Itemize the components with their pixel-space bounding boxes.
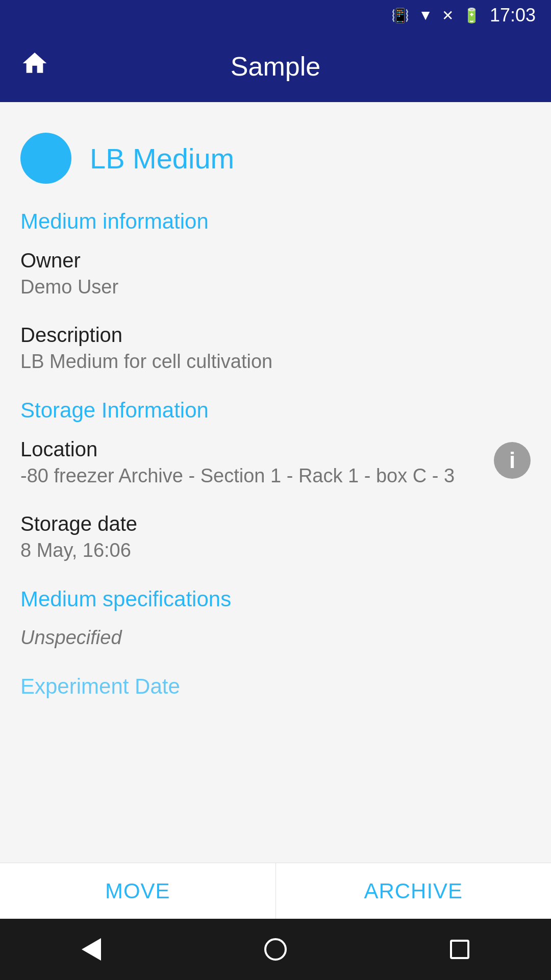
experiment-date-header: Experiment Date [20, 674, 531, 699]
home-button[interactable] [264, 938, 287, 961]
bottom-action-bar: MOVE ARCHIVE [0, 863, 551, 919]
status-bar: 📳 ▼ ✕ 🔋 17:03 [0, 0, 551, 31]
storage-date-value: 8 May, 16:06 [20, 540, 531, 561]
owner-value: Demo User [20, 276, 531, 298]
vibrate-icon: 📳 [391, 7, 409, 24]
status-icons: 📳 ▼ ✕ 🔋 17:03 [391, 5, 536, 26]
wifi-icon: ▼ [418, 7, 433, 23]
location-field-group: Location -80 freezer Archive - Section 1… [20, 438, 531, 487]
app-bar: Sample [0, 31, 551, 102]
android-nav-bar [0, 919, 551, 980]
status-time: 17:03 [490, 5, 536, 26]
description-field-group: Description LB Medium for cell cultivati… [20, 324, 531, 373]
medium-information-header: Medium information [20, 209, 531, 234]
medium-name: LB Medium [90, 142, 234, 175]
description-value: LB Medium for cell cultivation [20, 351, 531, 373]
location-label: Location [20, 438, 494, 461]
page-title: Sample [69, 51, 482, 82]
specifications-field-group: Unspecified [20, 627, 531, 649]
medium-header: LB Medium [20, 133, 531, 184]
info-icon[interactable]: i [494, 442, 531, 479]
specifications-value: Unspecified [20, 627, 531, 649]
description-label: Description [20, 324, 531, 347]
battery-icon: 🔋 [463, 7, 481, 24]
owner-field-group: Owner Demo User [20, 249, 531, 298]
location-row: Location -80 freezer Archive - Section 1… [20, 438, 531, 487]
medium-specifications-header: Medium specifications [20, 587, 531, 611]
storage-date-label: Storage date [20, 512, 531, 535]
owner-label: Owner [20, 249, 531, 272]
recents-button[interactable] [450, 940, 469, 959]
back-button[interactable] [82, 938, 101, 961]
location-text: Location -80 freezer Archive - Section 1… [20, 438, 494, 487]
archive-button[interactable]: ARCHIVE [276, 863, 552, 919]
signal-icon: ✕ [442, 7, 454, 24]
avatar [20, 133, 71, 184]
main-content: LB Medium Medium information Owner Demo … [0, 102, 551, 863]
storage-date-field-group: Storage date 8 May, 16:06 [20, 512, 531, 561]
storage-information-header: Storage Information [20, 398, 531, 423]
move-button[interactable]: MOVE [0, 863, 276, 919]
location-value: -80 freezer Archive - Section 1 - Rack 1… [20, 465, 494, 487]
home-icon[interactable] [20, 49, 49, 84]
